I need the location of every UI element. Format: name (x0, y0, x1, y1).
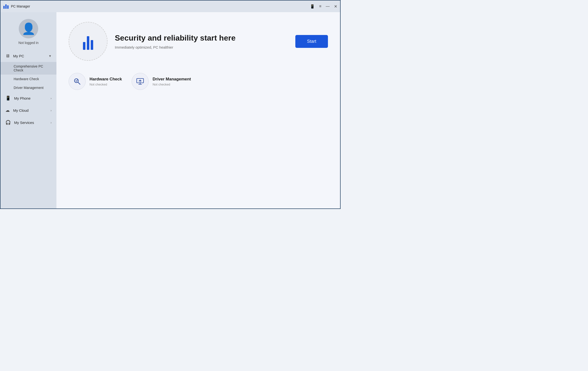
hero-text: Security and reliability start here Imme… (115, 33, 288, 49)
driver-management-status: Not checked (153, 83, 191, 86)
chevron-right-icon: › (51, 109, 52, 112)
titlebar-left: PC Manager (3, 4, 30, 9)
titlebar-controls: 📱 ≡ — ✕ (310, 4, 337, 9)
driver-management-card[interactable]: Driver Management Not checked (132, 73, 191, 90)
start-button[interactable]: Start (295, 35, 328, 48)
navigation: 🖥 My PC ▼ Comprehensive PC Check Hardwar… (0, 50, 56, 209)
hero-section: Security and reliability start here Imme… (69, 22, 328, 61)
user-status: Not logged in (19, 41, 39, 45)
app-title: PC Manager (11, 4, 30, 8)
chevron-down-icon: ▼ (48, 54, 52, 58)
svg-line-1 (78, 82, 80, 84)
sidebar-subitem-comprehensive-pc-check[interactable]: Comprehensive PC Check (0, 62, 56, 75)
sidebar-subitem-hardware-check[interactable]: Hardware Check (0, 75, 56, 83)
sidebar-item-label: My Cloud (13, 108, 47, 112)
laptop-icon: 🖥 (5, 53, 10, 59)
sidebar-item-my-pc[interactable]: 🖥 My PC ▼ (0, 50, 56, 62)
sidebar-item-label: My PC (13, 54, 45, 58)
sidebar-item-label: My Phone (14, 96, 47, 100)
hero-logo-circle (69, 22, 107, 61)
menu-icon[interactable]: ≡ (319, 4, 321, 9)
sidebar-item-my-cloud[interactable]: ☁ My Cloud › (0, 104, 56, 116)
sidebar-item-label: My Services (14, 120, 47, 125)
driver-management-title: Driver Management (153, 77, 191, 82)
app-logo (3, 4, 9, 9)
my-pc-subitems: Comprehensive PC Check Hardware Check Dr… (0, 62, 56, 92)
chevron-right-icon: › (51, 121, 52, 124)
hardware-check-icon (73, 77, 82, 86)
hardware-check-icon-circle (69, 73, 86, 90)
hero-title: Security and reliability start here (115, 33, 288, 42)
sidebar: 👤 Not logged in 🖥 My PC ▼ Comprehensive … (0, 12, 56, 209)
chevron-right-icon: › (51, 96, 52, 100)
sidebar-item-my-phone[interactable]: 📱 My Phone › (0, 92, 56, 104)
user-section: 👤 Not logged in (0, 12, 56, 50)
logo-icon (3, 4, 9, 9)
headset-icon: 🎧 (5, 120, 11, 125)
driver-management-icon (136, 77, 145, 86)
avatar: 👤 (19, 19, 38, 38)
titlebar: PC Manager 📱 ≡ — ✕ (0, 0, 340, 12)
content-area: Security and reliability start here Imme… (56, 12, 340, 209)
hero-subtitle: Immediately optimized, PC healthier (115, 45, 288, 49)
sidebar-item-my-services[interactable]: 🎧 My Services › (0, 116, 56, 129)
avatar-icon: 👤 (22, 23, 35, 34)
minimize-button[interactable]: — (326, 4, 330, 9)
main-layout: 👤 Not logged in 🖥 My PC ▼ Comprehensive … (0, 12, 340, 209)
driver-management-info: Driver Management Not checked (153, 77, 191, 86)
hardware-check-card[interactable]: Hardware Check Not checked (69, 73, 122, 90)
close-button[interactable]: ✕ (334, 4, 337, 9)
phone-icon[interactable]: 📱 (310, 4, 315, 9)
sidebar-subitem-driver-management[interactable]: Driver Management (0, 83, 56, 92)
hardware-check-status: Not checked (90, 83, 122, 86)
cloud-icon: ☁ (5, 108, 10, 113)
hero-logo-icon (83, 33, 93, 50)
cards-row: Hardware Check Not checked (69, 73, 328, 90)
hardware-check-info: Hardware Check Not checked (90, 77, 122, 86)
driver-management-icon-circle (132, 73, 149, 90)
hardware-check-title: Hardware Check (90, 77, 122, 82)
phone-icon: 📱 (5, 95, 11, 101)
